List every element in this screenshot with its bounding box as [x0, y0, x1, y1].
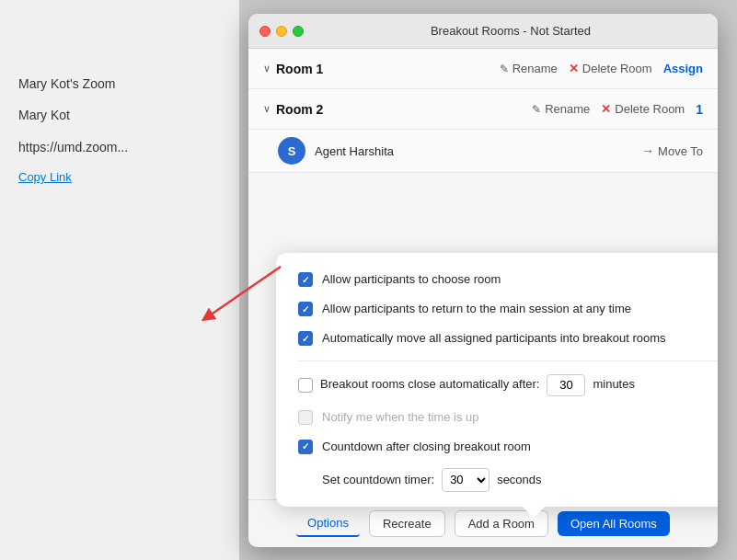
checkbox-allow-choose[interactable]: [298, 272, 313, 287]
checkbox-allow-return[interactable]: [298, 302, 313, 316]
options-panel: Allow participants to choose room Allow …: [276, 253, 718, 507]
traffic-lights: [259, 26, 304, 37]
participant-name: Agent Harshita: [315, 144, 641, 158]
move-to-label: Move To: [658, 144, 703, 158]
divider: [298, 360, 718, 361]
recreate-btn[interactable]: Recreate: [369, 510, 445, 537]
participant-row: S Agent Harshita → Move To: [248, 130, 718, 173]
option-auto-move-label: Automatically move all assigned particip…: [322, 330, 666, 347]
close-auto-row: Breakout rooms close automatically after…: [298, 374, 718, 396]
option-countdown: Countdown after closing breakout room: [298, 439, 718, 455]
checkbox-auto-move[interactable]: [298, 331, 313, 346]
move-to-icon: →: [641, 143, 654, 158]
close-button[interactable]: [259, 26, 271, 37]
room1-delete-label: Delete Room: [582, 62, 652, 75]
room-list: ∨ Room 1 ✎ Rename ✕ Delete Room Assign ∨…: [248, 49, 718, 173]
timer-label: Set countdown timer:: [322, 473, 434, 486]
svg-line-1: [207, 267, 281, 317]
room1-rename-label: Rename: [512, 62, 558, 75]
room1-assign-btn[interactable]: Assign: [663, 62, 703, 75]
room1-delete-btn[interactable]: ✕ Delete Room: [569, 62, 652, 75]
delete-x-icon-2: ✕: [601, 102, 611, 116]
option-allow-return: Allow participants to return to the main…: [298, 301, 718, 317]
room1-row: ∨ Room 1 ✎ Rename ✕ Delete Room Assign: [248, 49, 718, 89]
option-allow-choose-label: Allow participants to choose room: [322, 271, 501, 288]
panel-arrow: [523, 507, 545, 518]
option-notify: Notify me when the time is up: [298, 409, 718, 426]
bg-line1: Mary Kot's Zoom: [18, 74, 221, 94]
title-bar: Breakout Rooms - Not Started: [248, 14, 718, 49]
option-countdown-label: Countdown after closing breakout room: [322, 439, 531, 455]
checkbox-notify: [298, 410, 313, 425]
room1-name: Room 1: [276, 62, 500, 76]
timer-row: Set countdown timer: 30 60 120 seconds: [298, 468, 718, 492]
maximize-button[interactable]: [293, 26, 304, 37]
option-auto-move: Automatically move all assigned particip…: [298, 330, 718, 347]
room1-rename-btn[interactable]: ✎ Rename: [500, 62, 558, 75]
close-auto-label: Breakout rooms close automatically after…: [320, 376, 539, 393]
delete-x-icon: ✕: [569, 62, 579, 75]
avatar: S: [278, 137, 305, 165]
timer-select[interactable]: 30 60 120: [442, 468, 489, 492]
pencil-icon: ✎: [500, 63, 509, 75]
copy-link[interactable]: Copy Link: [18, 170, 72, 184]
minimize-button[interactable]: [276, 26, 287, 37]
move-to-btn[interactable]: → Move To: [641, 143, 703, 158]
open-all-rooms-btn[interactable]: Open All Rooms: [558, 511, 670, 536]
close-minutes-input[interactable]: [547, 374, 585, 396]
room2-delete-btn[interactable]: ✕ Delete Room: [601, 102, 685, 116]
room2-rename-btn[interactable]: ✎ Rename: [532, 102, 590, 116]
option-allow-choose: Allow participants to choose room: [298, 271, 718, 288]
checkbox-countdown[interactable]: [298, 440, 313, 454]
room2-rename-label: Rename: [545, 102, 590, 116]
breakout-rooms-window: Breakout Rooms - Not Started ∨ Room 1 ✎ …: [248, 14, 718, 547]
room2-delete-label: Delete Room: [615, 102, 685, 116]
bg-line3: https://umd.zoom...: [18, 137, 221, 157]
option-notify-label: Notify me when the time is up: [322, 409, 479, 426]
room2-row: ∨ Room 2 ✎ Rename ✕ Delete Room 1: [248, 89, 718, 130]
room2-count: 1: [696, 102, 703, 117]
room1-chevron[interactable]: ∨: [263, 63, 271, 74]
timer-unit: seconds: [497, 473, 541, 486]
room2-chevron[interactable]: ∨: [263, 103, 271, 115]
avatar-initial: S: [288, 144, 296, 158]
window-title: Breakout Rooms - Not Started: [315, 24, 707, 38]
annotation-arrow: [189, 257, 299, 331]
options-tab-btn[interactable]: Options: [296, 510, 360, 537]
checkbox-close-auto[interactable]: [298, 378, 313, 393]
room2-name: Room 2: [276, 102, 532, 117]
close-minutes-unit: minutes: [593, 376, 635, 393]
bg-line2: Mary Kot: [18, 105, 221, 125]
pencil-icon-2: ✎: [532, 103, 541, 116]
option-allow-return-label: Allow participants to return to the main…: [322, 301, 631, 317]
